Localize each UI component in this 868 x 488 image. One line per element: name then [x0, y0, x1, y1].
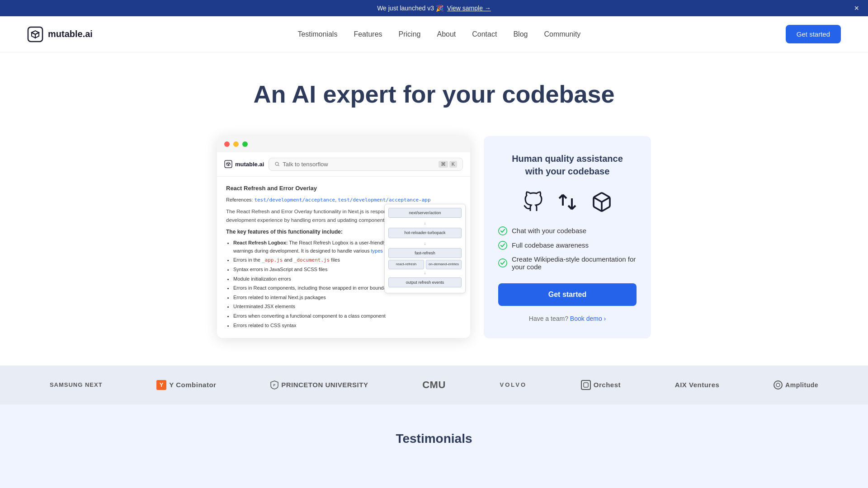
partner-samsung: SAMSUNG NEXT	[50, 381, 103, 388]
testimonials-heading: Testimonials	[9, 432, 859, 446]
demo-link: Have a team? Book demo ›	[529, 315, 606, 322]
announcement-bar: We just launched v3 🎉 View sample → ×	[0, 0, 868, 16]
y-combinator-icon: Y	[156, 380, 166, 390]
demo-link-text: Have a team?	[529, 315, 568, 322]
partner-orchest: Orchest	[581, 380, 621, 390]
side-panel-icons	[521, 190, 613, 214]
partners-strip: SAMSUNG NEXT Y Y Combinator P PRINCETON …	[0, 366, 868, 404]
demo-window: mutable.ai Talk to tensorflow ⌘ K React …	[217, 136, 470, 338]
diagram-arrow: ↓	[388, 220, 462, 227]
keyboard-hint: ⌘ K	[439, 161, 457, 168]
announcement-link[interactable]: View sample →	[447, 5, 491, 12]
nav-contact[interactable]: Contact	[472, 30, 497, 38]
list-item: Errors related to internal Next.js packa…	[233, 294, 461, 302]
search-placeholder: Talk to tensorflow	[283, 161, 328, 168]
doc-ref1[interactable]: test/development/acceptance	[254, 197, 335, 203]
orchest-box-icon	[581, 380, 591, 390]
package-icon	[590, 190, 613, 214]
doc-content: React Refresh and Error Overlay Referenc…	[217, 177, 470, 338]
window-header: mutable.ai Talk to tensorflow ⌘ K	[217, 152, 470, 177]
list-item: Unterminated JSX elements	[233, 303, 461, 311]
logo-text: mutable.ai	[48, 29, 93, 39]
announcement-text: We just launched v3 🎉	[377, 5, 443, 12]
hero-section: An AI expert for your codebase	[0, 52, 868, 127]
kbd-k: K	[449, 161, 457, 168]
window-dot-green	[242, 141, 248, 147]
feature-text-3: Create Wikipedia-style documentation for…	[512, 255, 637, 271]
doc-title: React Refresh and Error Overlay	[226, 184, 461, 193]
partner-aix: AIX Ventures	[675, 381, 720, 389]
doc-refs-label: References:	[226, 197, 253, 202]
nav-features[interactable]: Features	[354, 30, 382, 38]
princeton-shield-icon: P	[270, 380, 278, 389]
feature-item-1: Chat with your codebase	[498, 226, 637, 235]
diagram-arrow-3: ↓	[388, 269, 462, 277]
diagram-node-6: output refresh events	[388, 277, 462, 287]
main-content: mutable.ai Talk to tensorflow ⌘ K React …	[140, 127, 728, 366]
side-panel-title: Human quality assistancewith your codeba…	[512, 152, 623, 178]
window-dot-red	[224, 141, 230, 147]
book-demo-link[interactable]: Book demo ›	[570, 315, 606, 322]
hero-title: An AI expert for your codebase	[9, 80, 859, 109]
logo[interactable]: mutable.ai	[27, 26, 93, 42]
check-icon-1	[498, 226, 507, 235]
list-item: Errors related to CSS syntax	[233, 322, 461, 330]
diagram-node-1: next/server/action	[388, 208, 462, 218]
logo-icon	[27, 26, 43, 42]
partner-volvo: VOLVO	[500, 381, 527, 388]
svg-text:P: P	[274, 384, 276, 387]
diagram-overlay: next/server/action ↓ hot-reloader-turbop…	[384, 204, 466, 293]
diagram-node-4: react-refresh	[388, 260, 424, 269]
nav-blog[interactable]: Blog	[513, 30, 528, 38]
window-logo-text: mutable.ai	[235, 161, 264, 168]
close-announcement-button[interactable]: ×	[854, 4, 859, 12]
window-dot-yellow	[233, 141, 239, 147]
diagram-node-2: hot-reloader-turbopack	[388, 228, 462, 238]
svg-rect-8	[584, 383, 588, 387]
partner-ycombinator: Y Y Combinator	[156, 380, 216, 390]
partner-cmu: CMU	[422, 379, 446, 391]
diagram-node-5: on-demand-entries	[426, 260, 462, 269]
kbd-mod: ⌘	[439, 161, 448, 168]
nav-testimonials[interactable]: Testimonials	[297, 30, 337, 38]
nav-about[interactable]: About	[437, 30, 456, 38]
amplitude-icon	[774, 380, 783, 389]
sync-icon	[556, 190, 579, 214]
feature-list: Chat with your codebase Full codebase aw…	[498, 226, 637, 271]
panel-get-started-button[interactable]: Get started	[498, 283, 637, 306]
list-item: Errors when converting a functional comp…	[233, 312, 461, 320]
nav-get-started-button[interactable]: Get started	[786, 25, 841, 43]
partner-princeton: P PRINCETON UNIVERSITY	[270, 380, 368, 389]
nav-pricing[interactable]: Pricing	[399, 30, 421, 38]
doc-ref2[interactable]: test/development/acceptance-app	[338, 197, 430, 203]
doc-refs: References: test/development/acceptance,…	[226, 196, 461, 204]
feature-item-2: Full codebase awareness	[498, 241, 637, 250]
check-icon-2	[498, 241, 507, 250]
partner-amplitude: Amplitude	[774, 380, 818, 389]
svg-point-9	[776, 383, 780, 387]
search-bar[interactable]: Talk to tensorflow ⌘ K	[269, 158, 463, 171]
main-nav: Testimonials Features Pricing About Cont…	[297, 30, 580, 38]
feature-text-2: Full codebase awareness	[512, 241, 589, 249]
diagram-arrow-2: ↓	[388, 240, 462, 247]
window-logo: mutable.ai	[224, 160, 264, 168]
svg-point-2	[275, 162, 278, 165]
diagram-node-3: fast-refresh	[388, 248, 462, 258]
github-icon	[521, 190, 545, 214]
window-inner: mutable.ai Talk to tensorflow ⌘ K React …	[217, 152, 470, 338]
window-titlebar	[217, 136, 470, 152]
nav-community[interactable]: Community	[544, 30, 580, 38]
feature-item-3: Create Wikipedia-style documentation for…	[498, 255, 637, 271]
check-icon-3	[498, 258, 507, 267]
header: mutable.ai Testimonials Features Pricing…	[0, 16, 868, 52]
feature-text-1: Chat with your codebase	[512, 227, 586, 235]
side-panel: Human quality assistancewith your codeba…	[484, 136, 651, 338]
lower-section: Testimonials	[0, 404, 868, 488]
